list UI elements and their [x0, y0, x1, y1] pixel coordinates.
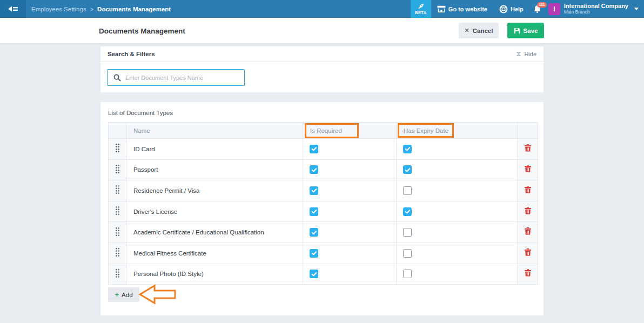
delete-cell — [518, 243, 538, 264]
has-expiry-checkbox[interactable] — [403, 249, 412, 258]
drag-handle-icon[interactable] — [115, 143, 120, 152]
check-mark-icon — [311, 250, 317, 256]
drag-handle-icon[interactable] — [115, 227, 120, 236]
delete-cell — [518, 180, 538, 201]
table-row: Medical Fitness Certificate — [109, 243, 538, 264]
has-expiry-cell — [397, 243, 518, 264]
has-expiry-checkbox[interactable] — [403, 207, 412, 216]
document-types-table: Name Is Required Has Expiry Date ID Card — [108, 122, 538, 285]
drag-handle-icon[interactable] — [115, 185, 120, 194]
table-header-row: Name Is Required Has Expiry Date — [109, 123, 538, 139]
document-types-search-input[interactable] — [125, 70, 244, 85]
page-title: Documents Management — [99, 26, 185, 35]
cancel-label: Cancel — [473, 28, 493, 34]
caret-down-icon — [634, 8, 639, 10]
has-expiry-checkbox[interactable] — [403, 186, 412, 195]
delete-column-header — [518, 123, 538, 139]
search-row — [100, 62, 544, 86]
delete-cell — [518, 201, 538, 222]
beta-label: BETA — [415, 10, 426, 15]
check-mark-icon — [405, 146, 411, 152]
floppy-disk-icon — [514, 28, 520, 34]
save-label: Save — [524, 28, 538, 34]
has-expiry-column-header: Has Expiry Date — [397, 123, 518, 139]
save-button[interactable]: Save — [507, 23, 544, 38]
breadcrumb-separator: > — [90, 6, 93, 12]
delete-icon[interactable] — [525, 227, 531, 235]
is-required-cell — [303, 139, 397, 160]
delete-cell — [518, 222, 538, 243]
x-mark-icon: ✕ — [465, 27, 469, 34]
add-document-type-button[interactable]: + Add — [108, 287, 139, 302]
topbar: Employees Settings > Documents Managemen… — [0, 0, 644, 18]
is-required-checkbox[interactable] — [310, 228, 318, 237]
has-expiry-cell — [397, 222, 518, 243]
drag-handle-icon[interactable] — [115, 268, 120, 278]
drag-handle-cell — [109, 222, 126, 243]
help-button[interactable]: Help — [499, 5, 524, 14]
is-required-cell — [303, 159, 397, 180]
drag-handle-cell — [109, 159, 126, 180]
has-expiry-checkbox[interactable] — [403, 270, 412, 278]
life-buoy-icon — [499, 5, 508, 14]
table-row: Academic Certificate / Educational Quali… — [109, 222, 538, 243]
list-title: List of Document Types — [108, 110, 544, 116]
has-expiry-checkbox[interactable] — [403, 228, 412, 237]
document-name: Residence Permit / Visa — [126, 180, 303, 201]
go-to-website-button[interactable]: Go to website — [437, 5, 487, 12]
has-expiry-cell — [397, 264, 518, 285]
drag-handle-cell — [109, 243, 126, 264]
is-required-checkbox[interactable] — [310, 270, 318, 278]
check-mark-icon — [311, 230, 317, 235]
has-expiry-cell — [397, 159, 518, 180]
breadcrumb: Employees Settings > Documents Managemen… — [31, 6, 171, 12]
delete-icon[interactable] — [525, 207, 531, 214]
document-name: Passport — [126, 159, 303, 180]
delete-icon[interactable] — [525, 165, 531, 172]
has-expiry-checkbox[interactable] — [403, 165, 412, 174]
plus-icon: + — [115, 291, 119, 298]
collapse-menu-button[interactable] — [0, 0, 26, 18]
drag-handle-cell — [109, 264, 126, 285]
has-expiry-cell — [397, 139, 518, 160]
drag-handle-cell — [109, 201, 126, 222]
is-required-checkbox[interactable] — [310, 145, 318, 153]
company-branch: Main Branch — [564, 10, 628, 15]
delete-icon[interactable] — [525, 248, 531, 256]
check-mark-icon — [311, 187, 317, 193]
is-required-checkbox[interactable] — [310, 186, 318, 195]
is-required-checkbox[interactable] — [310, 249, 318, 258]
delete-icon[interactable] — [525, 269, 531, 277]
notifications-button[interactable]: 131 — [533, 5, 542, 14]
check-mark-icon — [311, 271, 317, 277]
is-required-checkbox[interactable] — [310, 207, 318, 216]
delete-icon[interactable] — [525, 144, 531, 152]
document-name: Medical Fitness Certificate — [126, 243, 303, 264]
drag-handle-icon[interactable] — [115, 206, 120, 215]
is-required-column-header: Is Required — [303, 123, 397, 139]
add-label: Add — [122, 292, 132, 298]
has-expiry-checkbox[interactable] — [403, 145, 412, 153]
document-types-tbody: ID Card — [109, 139, 538, 285]
delete-cell — [518, 159, 538, 180]
drag-handle-icon[interactable] — [115, 164, 120, 173]
collapse-vertical-icon — [516, 51, 521, 57]
action-bar: Documents Management ✕ Cancel Save — [0, 18, 644, 44]
search-filters-header: Search & Filters Hide — [100, 46, 544, 62]
cancel-button[interactable]: ✕ Cancel — [459, 23, 499, 38]
beta-badge: BETA — [411, 0, 431, 18]
document-name: Personal Photo (ID Style) — [126, 264, 303, 285]
company-text: International Company Main Branch — [564, 3, 628, 15]
drag-handle-icon[interactable] — [115, 247, 120, 257]
table-row: Driver's License — [109, 201, 538, 222]
breadcrumb-parent[interactable]: Employees Settings — [31, 6, 86, 12]
hide-filters-toggle[interactable]: Hide — [516, 51, 536, 57]
company-selector[interactable]: I International Company Main Branch — [548, 3, 639, 15]
check-mark-icon — [311, 208, 317, 214]
search-filters-title: Search & Filters — [108, 51, 155, 57]
delete-icon[interactable] — [525, 186, 531, 193]
breadcrumb-current: Documents Management — [97, 6, 171, 12]
is-required-checkbox[interactable] — [310, 165, 318, 174]
check-mark-icon — [311, 167, 317, 173]
storefront-icon — [437, 5, 446, 12]
